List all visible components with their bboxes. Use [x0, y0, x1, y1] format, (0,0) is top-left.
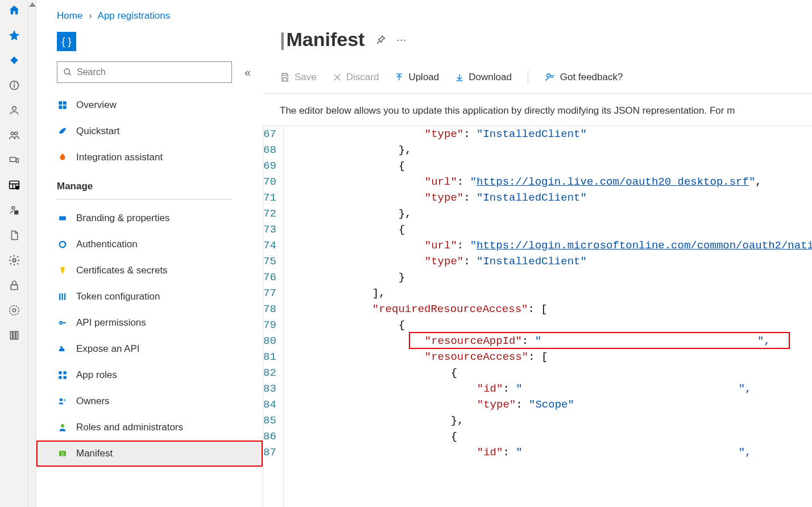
- navigation-pane: Home › App registrations { } « Overview …: [36, 0, 263, 507]
- sidebar-item-approles[interactable]: App roles: [36, 362, 263, 388]
- code-line[interactable]: {: [289, 317, 812, 333]
- breadcrumb-appreg[interactable]: App registrations: [98, 10, 171, 21]
- code-line[interactable]: "url": "https://login.microsoftonline.co…: [289, 238, 812, 254]
- manifest-icon: {}: [57, 448, 68, 459]
- overview-icon: [57, 99, 68, 111]
- approles-icon: [57, 369, 68, 381]
- code-line[interactable]: },: [289, 413, 812, 429]
- sidebar-item-label: Certificates & secrets: [76, 265, 168, 276]
- search-input[interactable]: [77, 67, 226, 77]
- branding-icon: [57, 213, 68, 224]
- sidebar-item-authentication[interactable]: Authentication: [36, 231, 263, 257]
- svg-rect-24: [59, 101, 62, 105]
- sidebar-item-label: Manifest: [76, 448, 113, 459]
- svg-rect-26: [59, 106, 62, 109]
- quickstart-icon: [57, 126, 68, 137]
- sidebar-item-overview[interactable]: Overview: [36, 92, 263, 118]
- code-line[interactable]: {: [289, 158, 812, 174]
- svg-rect-7: [16, 159, 18, 163]
- code-line[interactable]: "type": "InstalledClient": [289, 126, 812, 142]
- sidebar-item-apipermissions[interactable]: API permissions: [36, 310, 263, 336]
- sidebar-item-tokenconfig[interactable]: Token configuration: [36, 284, 263, 310]
- svg-rect-20: [13, 331, 15, 339]
- svg-rect-28: [59, 217, 66, 221]
- sidebar-item-certificates[interactable]: Certificates & secrets: [36, 257, 263, 284]
- code-line[interactable]: "url": "https://login.live.com/oauth20_d…: [289, 174, 812, 190]
- svg-point-4: [11, 132, 14, 135]
- scroll-up-arrow-icon[interactable]: [29, 2, 36, 7]
- cog-circle-icon[interactable]: [7, 304, 21, 317]
- lock-icon[interactable]: [7, 279, 21, 292]
- sidebar-search[interactable]: [57, 61, 232, 83]
- rail-scrollbar[interactable]: [28, 0, 36, 507]
- person-icon[interactable]: [7, 103, 21, 117]
- svg-point-13: [11, 206, 14, 209]
- code-line[interactable]: "type": "InstalledClient": [289, 254, 812, 269]
- code-line[interactable]: {: [289, 222, 812, 238]
- svg-point-40: [60, 398, 63, 401]
- person-cube-icon[interactable]: [7, 203, 21, 217]
- code-line[interactable]: "requiredResourceAccess": [: [289, 301, 812, 317]
- svg-rect-14: [14, 211, 18, 214]
- svg-point-5: [14, 132, 17, 135]
- star-icon[interactable]: [7, 28, 21, 42]
- discard-button[interactable]: Discard: [333, 72, 379, 83]
- svg-point-18: [13, 309, 16, 312]
- line-number-gutter: 6768697071727374757677787980818283848586…: [263, 126, 284, 507]
- group-icon[interactable]: [7, 128, 21, 142]
- code-line[interactable]: }: [289, 269, 812, 285]
- collapse-sidebar-button[interactable]: «: [239, 66, 251, 79]
- gear-icon[interactable]: [7, 254, 21, 267]
- authentication-icon: [57, 239, 68, 250]
- svg-rect-37: [64, 371, 67, 374]
- sidebar-item-label: API permissions: [76, 317, 146, 329]
- code-line[interactable]: "resourceAppId": "",: [289, 333, 812, 349]
- save-button[interactable]: Save: [280, 72, 317, 83]
- code-line[interactable]: "type": "Scope": [289, 397, 812, 413]
- svg-rect-30: [59, 293, 60, 300]
- svg-rect-25: [63, 101, 67, 105]
- sidebar-item-owners[interactable]: Owners: [36, 388, 263, 414]
- sidebar-item-label: Overview: [76, 99, 117, 111]
- code-line[interactable]: "id": "",: [289, 444, 812, 460]
- json-editor[interactable]: 6768697071727374757677787980818283848586…: [263, 126, 812, 507]
- more-icon[interactable]: ···: [396, 33, 406, 46]
- diamond-icon[interactable]: [7, 53, 21, 67]
- document-icon[interactable]: [7, 228, 21, 242]
- apps-grid-icon[interactable]: [7, 178, 21, 192]
- sidebar-item-integration[interactable]: Integration assistant: [36, 144, 263, 171]
- code-line[interactable]: },: [289, 142, 812, 158]
- code-line[interactable]: "resourceAccess": [: [289, 349, 812, 365]
- info-icon[interactable]: [7, 78, 21, 92]
- breadcrumb-home[interactable]: Home: [57, 10, 82, 21]
- code-line[interactable]: {: [289, 365, 812, 381]
- home-icon[interactable]: [7, 3, 21, 17]
- upload-button[interactable]: Upload: [395, 72, 439, 83]
- sidebar-item-quickstart[interactable]: Quickstart: [36, 118, 263, 144]
- code-line[interactable]: ],: [289, 285, 812, 301]
- sidebar-item-branding[interactable]: Branding & properties: [36, 205, 263, 231]
- upload-icon: [395, 72, 404, 82]
- sidebar-item-label: Expose an API: [76, 343, 140, 355]
- pin-icon[interactable]: [375, 34, 386, 45]
- code-area[interactable]: "type": "InstalledClient"},{"url": "http…: [284, 126, 812, 507]
- code-line[interactable]: "type": "InstalledClient": [289, 190, 812, 206]
- devices-icon[interactable]: [7, 153, 21, 167]
- code-line[interactable]: "id": "",: [289, 381, 812, 397]
- library-icon[interactable]: [7, 329, 21, 342]
- code-line[interactable]: {: [289, 429, 812, 444]
- feedback-button[interactable]: Got feedback?: [544, 72, 623, 83]
- svg-text:{}: {}: [61, 452, 64, 456]
- sidebar-item-label: Quickstart: [76, 126, 120, 137]
- svg-point-2: [14, 82, 14, 83]
- svg-rect-45: [283, 73, 287, 76]
- sidebar-item-roles[interactable]: Roles and administrators: [36, 414, 263, 440]
- sidebar-item-manifest[interactable]: {} Manifest: [36, 440, 263, 467]
- code-line[interactable]: },: [289, 206, 812, 222]
- download-button[interactable]: Download: [455, 72, 512, 83]
- breadcrumb: Home › App registrations: [36, 10, 263, 32]
- sidebar-item-exposeapi[interactable]: Expose an API: [36, 336, 263, 362]
- roles-icon: [57, 422, 68, 433]
- app-icon-badge: { }: [57, 32, 76, 51]
- save-icon: [280, 72, 290, 82]
